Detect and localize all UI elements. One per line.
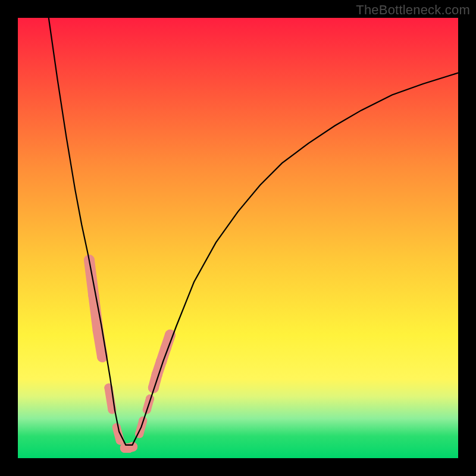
highlight-dot xyxy=(88,290,99,300)
bottleneck-curve xyxy=(49,18,458,445)
chart-frame: TheBottleneck.com xyxy=(0,0,476,476)
highlight-dots xyxy=(84,255,176,453)
watermark-text: TheBottleneck.com xyxy=(356,2,470,18)
chart-svg xyxy=(18,18,458,458)
plot-area xyxy=(18,18,458,458)
